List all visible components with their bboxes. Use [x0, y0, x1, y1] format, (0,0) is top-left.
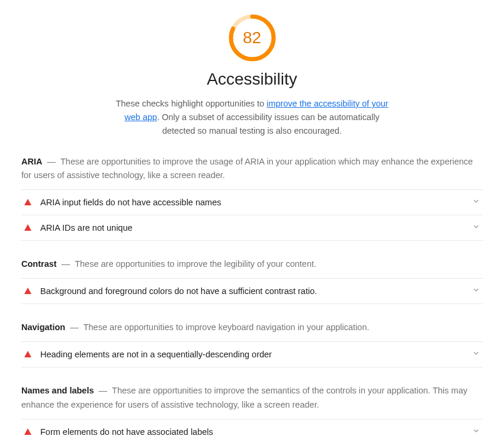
section-label: ARIA [21, 157, 42, 166]
section-heading: ARIA — These are opportunities to improv… [21, 155, 483, 182]
dash-separator: — [68, 322, 81, 332]
section-desc: These are opportunities to improve the l… [75, 259, 316, 269]
warning-triangle-icon [24, 287, 32, 295]
audit-row[interactable]: Background and foreground colors do not … [21, 279, 483, 304]
page-subtitle: These checks highlight opportunities to … [110, 97, 394, 138]
audit-title: ARIA input fields do not have accessible… [40, 198, 472, 207]
warning-triangle-icon [24, 350, 32, 359]
section-heading: Navigation — These are opportunities to … [21, 321, 483, 334]
subtitle-text-1: These checks highlight opportunities to [115, 99, 267, 108]
audit-list: Heading elements are not in a sequential… [21, 341, 483, 367]
audit-section: Contrast — These are opportunities to im… [21, 257, 483, 304]
dash-separator: — [59, 259, 73, 269]
section-desc: These are opportunities to improve keybo… [84, 322, 370, 332]
audit-title: Background and foreground colors do not … [40, 286, 472, 296]
svg-marker-4 [24, 288, 31, 294]
audit-list: Form elements do not have associated lab… [21, 419, 483, 439]
page-title: Accessibility [21, 70, 483, 89]
dash-separator: — [97, 386, 110, 395]
chevron-down-icon [472, 349, 480, 360]
audit-section: Names and labels — These are opportuniti… [21, 384, 483, 439]
score-gauge: 82 [229, 14, 276, 62]
score-value: 82 [229, 14, 276, 62]
dash-separator: — [44, 157, 58, 166]
audit-title: ARIA IDs are not unique [40, 223, 472, 233]
audit-section: Navigation — These are opportunities to … [21, 321, 483, 367]
svg-marker-3 [24, 224, 31, 231]
warning-triangle-icon [24, 198, 32, 206]
chevron-down-icon [472, 222, 480, 233]
score-gauge-container: 82 [21, 14, 483, 62]
audit-list: Background and foreground colors do not … [21, 278, 483, 304]
chevron-down-icon [472, 427, 480, 437]
chevron-down-icon [472, 286, 480, 296]
subtitle-text-2: . Only a subset of accessibility issues … [157, 112, 380, 135]
svg-marker-5 [24, 351, 31, 357]
section-heading: Contrast — These are opportunities to im… [21, 257, 483, 271]
svg-marker-2 [24, 199, 31, 205]
section-heading: Names and labels — These are opportuniti… [21, 384, 483, 411]
section-label: Contrast [21, 259, 57, 269]
audit-row[interactable]: Form elements do not have associated lab… [21, 419, 483, 439]
audit-title: Form elements do not have associated lab… [40, 427, 472, 437]
audit-list: ARIA input fields do not have accessible… [21, 189, 483, 241]
warning-triangle-icon [24, 224, 32, 232]
audit-title: Heading elements are not in a sequential… [40, 350, 472, 359]
section-label: Navigation [21, 322, 65, 332]
warning-triangle-icon [24, 428, 32, 436]
svg-marker-6 [24, 428, 31, 435]
audit-row[interactable]: ARIA IDs are not unique [21, 215, 483, 241]
chevron-down-icon [472, 197, 480, 208]
audit-section: ARIA — These are opportunities to improv… [21, 155, 483, 241]
audit-row[interactable]: Heading elements are not in a sequential… [21, 342, 483, 367]
section-desc: These are opportunities to improve the u… [21, 157, 473, 180]
audit-row[interactable]: ARIA input fields do not have accessible… [21, 190, 483, 215]
section-label: Names and labels [21, 386, 94, 395]
